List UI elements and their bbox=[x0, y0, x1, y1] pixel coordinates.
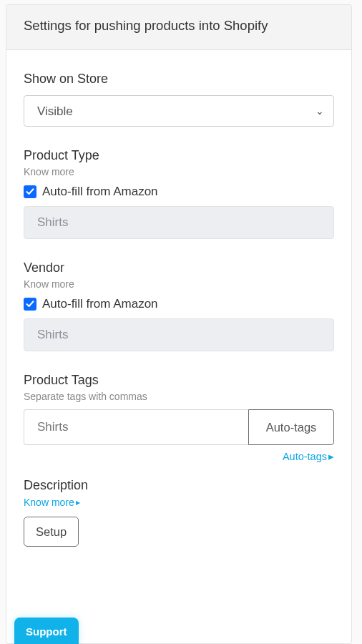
caret-right-icon: ▸ bbox=[328, 451, 334, 462]
section-vendor: Vendor Know more Auto-fill from Amazon S… bbox=[24, 239, 334, 351]
card-title: Settings for pushing products into Shopi… bbox=[24, 18, 334, 34]
auto-tags-link-label: Auto-tags bbox=[283, 451, 327, 462]
settings-card: Settings for pushing products into Shopi… bbox=[6, 4, 352, 644]
product-type-input: Shirts bbox=[24, 206, 334, 239]
product-type-hint: Know more bbox=[24, 166, 334, 177]
vendor-hint: Know more bbox=[24, 278, 334, 290]
product-tags-hint: Separate tags with commas bbox=[24, 391, 334, 402]
vendor-input: Shirts bbox=[24, 318, 334, 351]
description-know-more-link[interactable]: Know more ▸ bbox=[24, 497, 80, 508]
description-label: Description bbox=[24, 478, 334, 493]
product-tags-label: Product Tags bbox=[24, 373, 334, 388]
support-tab[interactable]: Support bbox=[14, 618, 79, 644]
section-description: Description Know more ▸ Setup bbox=[24, 462, 334, 547]
description-know-more-label: Know more bbox=[24, 497, 74, 508]
show-on-store-label: Show on Store bbox=[24, 72, 334, 87]
description-setup-button[interactable]: Setup bbox=[24, 517, 79, 547]
section-show-on-store: Show on Store Visible ⌄ bbox=[24, 50, 334, 127]
check-icon bbox=[26, 187, 34, 196]
vendor-autofill-checkbox[interactable] bbox=[24, 298, 36, 311]
product-type-autofill-label: Auto-fill from Amazon bbox=[42, 185, 158, 199]
product-type-label: Product Type bbox=[24, 148, 334, 163]
section-product-tags: Product Tags Separate tags with commas A… bbox=[24, 351, 334, 462]
show-on-store-select[interactable]: Visible bbox=[24, 95, 334, 127]
card-header: Settings for pushing products into Shopi… bbox=[6, 5, 351, 50]
vendor-autofill-label: Auto-fill from Amazon bbox=[42, 297, 158, 311]
product-type-autofill-checkbox[interactable] bbox=[24, 185, 36, 198]
product-tags-input[interactable] bbox=[24, 409, 248, 445]
check-icon bbox=[26, 300, 34, 308]
auto-tags-button[interactable]: Auto-tags bbox=[248, 409, 334, 445]
auto-tags-link[interactable]: Auto-tags ▸ bbox=[283, 451, 334, 462]
vendor-label: Vendor bbox=[24, 260, 334, 275]
section-product-type: Product Type Know more Auto-fill from Am… bbox=[24, 127, 334, 239]
caret-right-icon: ▸ bbox=[76, 497, 80, 507]
